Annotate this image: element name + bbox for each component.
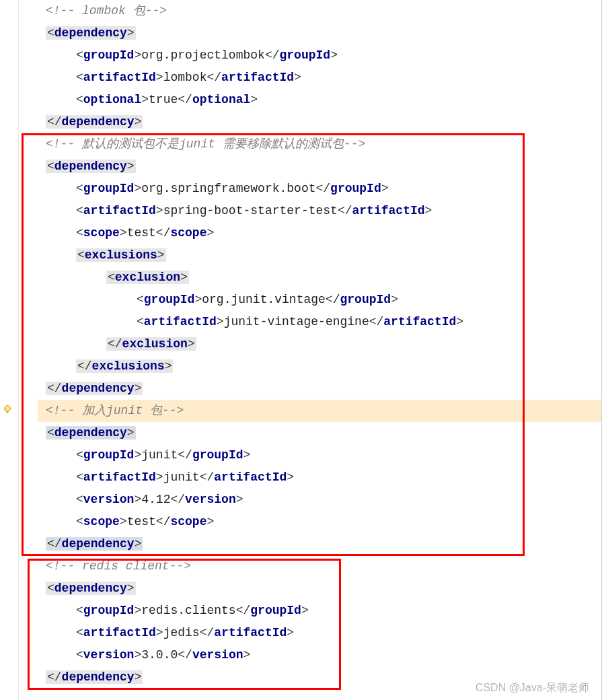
tag-name: groupId <box>144 293 195 306</box>
xml-open-tag: <exclusions> <box>19 244 601 267</box>
tag-value: test <box>127 226 156 240</box>
tag-name: exclusions <box>85 248 157 262</box>
tag-name: optional <box>83 93 141 106</box>
xml-element: <artifactId>junit</artifactId> <box>19 466 601 489</box>
code-block: <!-- lombok 包--> <dependency> <groupId>o… <box>0 0 601 689</box>
xml-comment: <!-- lombok 包--> <box>19 0 601 22</box>
tag-name: version <box>185 493 236 506</box>
tag-name: version <box>83 648 135 662</box>
xml-close-tag: </exclusion> <box>19 333 601 355</box>
tag-name: artifactId <box>352 204 425 217</box>
tag-name: optional <box>192 93 250 106</box>
xml-element: <artifactId>jedis</artifactId> <box>19 622 601 644</box>
tag-name: artifactId <box>221 71 294 84</box>
xml-element: <version>3.0.0</version> <box>19 644 601 666</box>
tag-value: org.springframework.boot <box>141 182 315 195</box>
tag-value: junit <box>141 448 178 462</box>
tag-name: dependency <box>54 160 127 173</box>
xml-element: <artifactId>lombok</artifactId> <box>19 67 601 89</box>
tag-name: dependency <box>62 537 135 551</box>
xml-element: <scope>test</scope> <box>19 222 601 244</box>
tag-name: groupId <box>83 48 135 62</box>
comment-text: !-- 默认的测试包不是junit 需要移除默认的测试包-- <box>53 137 359 151</box>
tag-name: scope <box>83 226 120 240</box>
tag-value: 3.0.0 <box>141 648 178 662</box>
tag-name: version <box>192 648 243 662</box>
tag-name: artifactId <box>83 626 156 639</box>
tag-value: lombok <box>163 71 207 84</box>
svg-rect-1 <box>7 411 9 413</box>
xml-close-tag: </exclusions> <box>19 355 601 378</box>
tag-name: scope <box>170 515 206 528</box>
tag-value: spring-boot-starter-test <box>163 204 338 217</box>
tag-name: dependency <box>62 115 135 129</box>
tag-name: artifactId <box>383 315 456 328</box>
tag-value: org.projectlombok <box>141 48 265 62</box>
tag-value: jedis <box>163 626 200 639</box>
xml-element: <groupId>org.junit.vintage</groupId> <box>19 289 601 311</box>
xml-element: <artifactId>spring-boot-starter-test</ar… <box>19 200 601 222</box>
tag-name: groupId <box>83 448 135 462</box>
xml-comment: <!-- redis client--> <box>19 555 601 578</box>
xml-close-tag: </dependency> <box>19 111 601 133</box>
xml-element: <artifactId>junit-vintage-engine</artifa… <box>19 311 601 333</box>
tag-name: artifactId <box>83 470 156 484</box>
xml-element: <scope>test</scope> <box>19 511 601 533</box>
xml-element: <groupId>junit</groupId> <box>19 444 601 466</box>
tag-name: artifactId <box>83 71 156 84</box>
tag-name: version <box>83 493 135 506</box>
tag-value: junit <box>163 470 200 484</box>
xml-close-tag: </dependency> <box>19 533 601 555</box>
svg-point-0 <box>5 406 11 412</box>
tag-name: groupId <box>192 448 243 462</box>
xml-element: <groupId>org.projectlombok</groupId> <box>19 44 601 67</box>
tag-value: org.junit.vintage <box>202 293 326 306</box>
xml-open-tag: <dependency> <box>19 22 601 44</box>
tag-name: dependency <box>54 582 127 595</box>
code-editor: <!-- lombok 包--> <dependency> <groupId>o… <box>0 0 602 700</box>
tag-name: groupId <box>83 604 135 617</box>
tag-name: artifactId <box>214 470 287 484</box>
tag-name: artifactId <box>144 315 217 328</box>
comment-text: !-- 加入junit 包-- <box>53 404 177 417</box>
tag-value: junit-vintage-engine <box>224 315 369 328</box>
tag-name: dependency <box>62 382 135 395</box>
tag-name: exclusion <box>122 337 188 351</box>
xml-close-tag: </dependency> <box>19 666 601 689</box>
tag-name: groupId <box>340 293 391 306</box>
tag-name: dependency <box>54 26 127 40</box>
tag-name: groupId <box>250 604 301 617</box>
tag-value: test <box>127 515 156 528</box>
tag-value: redis.clients <box>141 604 235 617</box>
lightbulb-icon[interactable] <box>3 405 12 414</box>
comment-text: !-- lombok 包-- <box>53 4 159 18</box>
tag-name: dependency <box>54 426 127 440</box>
tag-name: scope <box>83 515 120 528</box>
xml-open-tag: <dependency> <box>19 422 601 444</box>
tag-value: true <box>149 93 178 106</box>
tag-name: dependency <box>62 670 135 684</box>
tag-name: groupId <box>280 48 331 62</box>
xml-comment: <!-- 加入junit 包--> <box>19 400 601 422</box>
tag-name: artifactId <box>214 626 287 639</box>
tag-name: scope <box>170 226 206 240</box>
comment-text: !-- redis client-- <box>53 559 184 573</box>
xml-element: <optional>true</optional> <box>19 89 601 111</box>
xml-element: <version>4.12</version> <box>19 489 601 511</box>
tag-name: exclusion <box>115 271 180 284</box>
tag-value: 4.12 <box>141 493 170 506</box>
tag-name: exclusions <box>92 359 165 373</box>
xml-close-tag: </dependency> <box>19 378 601 400</box>
xml-open-tag: <dependency> <box>19 155 601 178</box>
xml-element: <groupId>redis.clients</groupId> <box>19 600 601 622</box>
xml-comment: <!-- 默认的测试包不是junit 需要移除默认的测试包--> <box>19 133 601 155</box>
xml-open-tag: <dependency> <box>19 578 601 600</box>
gutter <box>0 0 19 700</box>
tag-name: groupId <box>83 182 135 195</box>
xml-element: <groupId>org.springframework.boot</group… <box>19 178 601 200</box>
tag-name: artifactId <box>83 204 156 217</box>
tag-name: groupId <box>330 182 381 195</box>
xml-open-tag: <exclusion> <box>19 267 601 289</box>
